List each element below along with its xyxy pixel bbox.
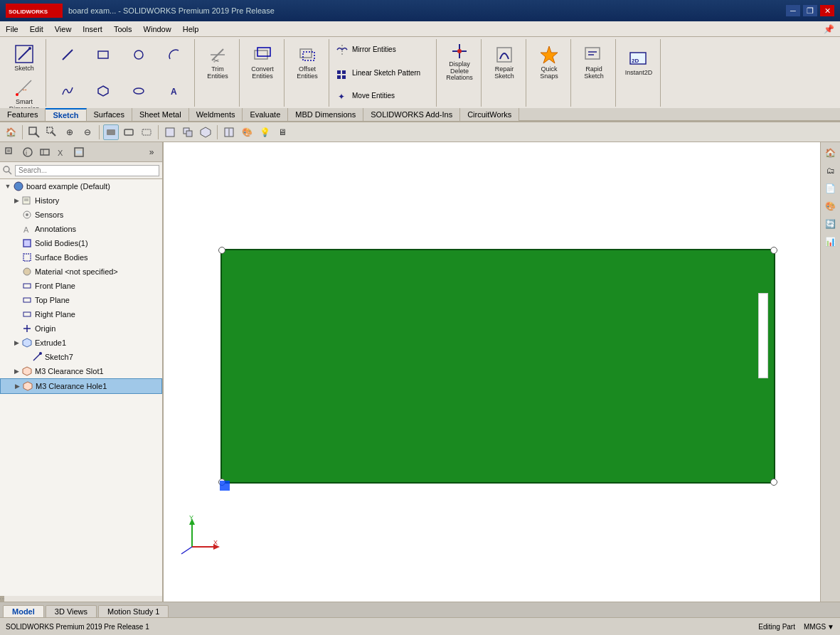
- menu-window[interactable]: Window: [138, 23, 177, 35]
- units-dropdown-arrow[interactable]: ▼: [827, 623, 834, 631]
- instant2d-button[interactable]: 2D Instant2D: [620, 41, 657, 83]
- tree-item-solid-bodies[interactable]: ▶ Solid Bodies(1): [0, 236, 162, 250]
- tab-sheet-metal[interactable]: Sheet Metal: [132, 108, 189, 121]
- sidebar-handle[interactable]: ⋮: [0, 596, 4, 602]
- appearance-button[interactable]: 🎨: [239, 124, 255, 140]
- text-button[interactable]: A: [157, 77, 191, 105]
- scene-button[interactable]: 💡: [257, 124, 272, 140]
- tree-item-annotations[interactable]: ▶ A Annotations: [0, 222, 162, 236]
- rp-files-button[interactable]: 🗂: [823, 163, 839, 178]
- svg-text:Y: Y: [189, 515, 193, 521]
- menu-help[interactable]: Help: [177, 23, 205, 35]
- shaded-button[interactable]: [103, 124, 119, 140]
- home-view-button[interactable]: 🏠: [3, 124, 18, 140]
- menu-insert[interactable]: Insert: [77, 23, 108, 35]
- rp-doc-button[interactable]: 📄: [823, 181, 839, 196]
- rp-appearance-button[interactable]: 🎨: [823, 198, 839, 214]
- rp-home-button[interactable]: 🏠: [823, 145, 839, 161]
- close-button[interactable]: ✕: [820, 5, 834, 16]
- tree-item-material[interactable]: ▶ Material <not specified>: [0, 265, 162, 279]
- restore-button[interactable]: ❐: [803, 5, 817, 16]
- tab-surfaces[interactable]: Surfaces: [87, 108, 132, 121]
- arc-button[interactable]: [157, 41, 191, 69]
- m3-hole-expand[interactable]: ▶: [12, 381, 22, 391]
- status-editing: Editing Part: [758, 623, 795, 631]
- menu-view[interactable]: View: [49, 23, 78, 35]
- m3-slot-expand[interactable]: ▶: [11, 366, 21, 376]
- tree-root[interactable]: ▼ board example (Default): [0, 179, 162, 193]
- menu-file[interactable]: File: [0, 23, 24, 35]
- zoom-in-button[interactable]: ⊕: [62, 124, 78, 140]
- quick-snaps-button[interactable]: QuickSnaps: [531, 41, 568, 83]
- tree-item-top-plane[interactable]: ▶ Top Plane: [0, 293, 162, 307]
- featuretree-button[interactable]: [3, 144, 18, 160]
- display-manager-button[interactable]: [71, 144, 87, 160]
- tab-features[interactable]: Features: [0, 108, 46, 121]
- section-view-button[interactable]: [221, 124, 237, 140]
- tree-item-front-plane[interactable]: ▶ Front Plane: [0, 279, 162, 293]
- tree-item-right-plane[interactable]: ▶ Right Plane: [0, 307, 162, 321]
- linear-sketch-pattern-button[interactable]: Linear Sketch Pattern: [334, 63, 433, 82]
- tab-addins[interactable]: SOLIDWORKS Add-Ins: [363, 108, 460, 121]
- configmgr-button[interactable]: [37, 144, 53, 160]
- menu-edit[interactable]: Edit: [24, 23, 49, 35]
- offset-entities-button[interactable]: OffsetEntities: [289, 41, 326, 83]
- tab-circuitworks[interactable]: CircuitWorks: [460, 108, 519, 121]
- history-expand[interactable]: ▶: [11, 196, 21, 206]
- smart-dimension-button[interactable]: ↔ SmartDimension: [6, 74, 43, 108]
- toolbar-separator-3: [158, 125, 159, 139]
- corner-dot-tl: [218, 247, 225, 254]
- svg-rect-74: [23, 312, 31, 316]
- zoom-fit-button[interactable]: [26, 124, 42, 140]
- repair-sketch-button[interactable]: RepairSketch: [486, 41, 523, 83]
- tree-item-sensors[interactable]: ▶ Sensors: [0, 208, 162, 222]
- more-sidebar-button[interactable]: »: [144, 144, 159, 160]
- tree-item-history[interactable]: ▶ History: [0, 193, 162, 208]
- rapid-sketch-button[interactable]: RapidSketch: [575, 41, 612, 83]
- zoom-out-button[interactable]: ⊖: [80, 124, 95, 140]
- trim-entities-button[interactable]: ✂ TrimEntities: [199, 41, 236, 83]
- tab-mbd[interactable]: MBD Dimensions: [288, 108, 363, 121]
- svg-text:2D: 2D: [632, 58, 639, 64]
- search-input[interactable]: [15, 165, 159, 176]
- line-button[interactable]: [50, 41, 85, 69]
- tab-model[interactable]: Model: [3, 605, 44, 617]
- ellipse-button[interactable]: [122, 77, 156, 105]
- tab-3d-views[interactable]: 3D Views: [46, 605, 97, 617]
- circle-button[interactable]: [122, 41, 156, 69]
- menu-tools[interactable]: Tools: [108, 23, 138, 35]
- minimize-button[interactable]: ─: [786, 5, 800, 16]
- tree-item-surface-bodies[interactable]: ▶ Surface Bodies: [0, 250, 162, 265]
- front-view-button[interactable]: [162, 124, 178, 140]
- pin-icon[interactable]: 📌: [824, 24, 834, 34]
- tab-sketch[interactable]: Sketch: [46, 108, 86, 121]
- rp-refresh-button[interactable]: 🔄: [823, 216, 839, 232]
- zoom-window-button[interactable]: [44, 124, 60, 140]
- tree-item-sketch7[interactable]: ▶ Sketch7: [0, 350, 162, 364]
- hidden-lines-button[interactable]: [139, 124, 154, 140]
- mirror-entities-button[interactable]: Mirror Entities: [334, 41, 433, 59]
- tree-item-origin[interactable]: ▶ Origin: [0, 321, 162, 336]
- tree-item-m3-slot[interactable]: ▶ M3 Clearance Slot1: [0, 364, 162, 378]
- extrude1-expand[interactable]: ▶: [11, 338, 21, 348]
- root-expand[interactable]: ▼: [3, 181, 13, 191]
- tab-weldments[interactable]: Weldments: [189, 108, 243, 121]
- sketch-button[interactable]: Sketch: [6, 41, 43, 75]
- spline-button[interactable]: [50, 77, 85, 105]
- dimxpert-button[interactable]: X: [54, 144, 70, 160]
- move-entities-button[interactable]: ✦ Move Entities: [334, 87, 433, 105]
- isometric-button[interactable]: [198, 124, 213, 140]
- propmgr-button[interactable]: i: [20, 144, 36, 160]
- top-view-button[interactable]: [180, 124, 196, 140]
- tab-motion-study[interactable]: Motion Study 1: [98, 605, 169, 617]
- convert-entities-button[interactable]: ConvertEntities: [244, 41, 281, 83]
- tree-item-extrude1[interactable]: ▶ Extrude1: [0, 336, 162, 350]
- display-delete-relations-button[interactable]: DisplayDeleteRelations: [441, 41, 478, 83]
- wireframe-button[interactable]: [121, 124, 137, 140]
- rp-chart-button[interactable]: 📊: [823, 234, 839, 250]
- rectangle-button[interactable]: [86, 41, 120, 69]
- display-settings[interactable]: 🖥: [275, 124, 290, 140]
- polygon-button[interactable]: [86, 77, 120, 105]
- tree-item-m3-hole[interactable]: ▶ M3 Clearance Hole1: [0, 378, 162, 394]
- tab-evaluate[interactable]: Evaluate: [243, 108, 288, 121]
